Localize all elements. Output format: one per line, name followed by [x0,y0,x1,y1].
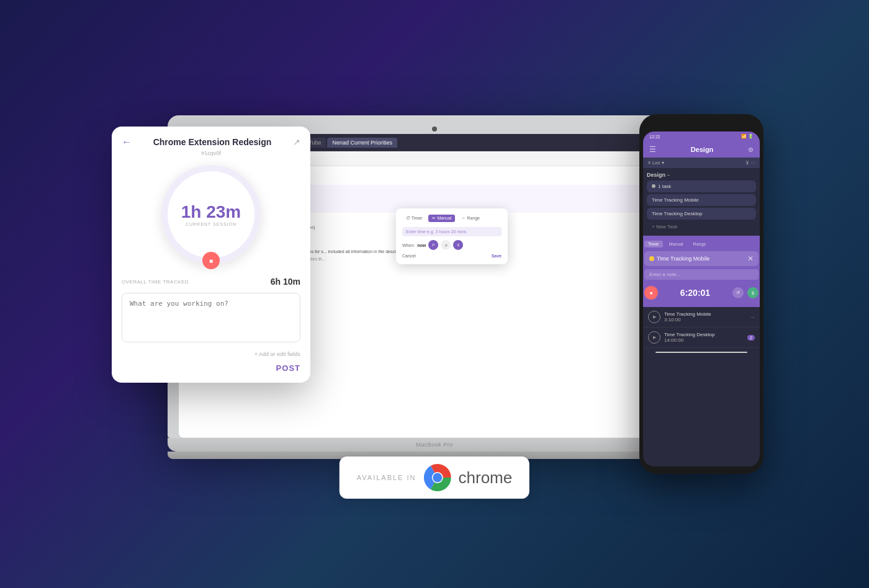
phone-timer-section: Timer Manual Range Time Tracking Mobile … [643,236,760,307]
ext-title: Chrome Extension Redesign [153,137,272,147]
time-entry-info-0: Time Tracking Mobile 3:10:00 [664,311,747,323]
phone-timer-task-name: Time Tracking Mobile [649,256,709,262]
svg-point-2 [433,473,442,483]
macbook-base [168,438,701,452]
ext-header: ← Chrome Extension Redesign ↗ [122,136,300,148]
play-button-1[interactable]: ▶ [648,331,660,344]
time-tab-range[interactable]: ↔ Range [457,215,484,222]
phone-screen: 12:22 📶 🔋 ☰ Design ⚙ ≡ List ▾ ⊻ ··· Desi… [643,131,760,466]
phone-time-entry-1: ▶ Time Tracking Desktop 14:00:00 2 [643,327,760,348]
phone-time-entry-0: ▶ Time Tracking Mobile 3:10:00 ··· [643,307,760,327]
time-actions: Cancel Save [402,254,502,258]
overall-value: 6h 10m [271,277,300,287]
time-tab-manual[interactable]: ✏ Manual [428,215,455,222]
time-when: When: now P ↺ $ [402,240,502,250]
phone-section-label: Design – [647,172,756,178]
phone-task-row-2[interactable]: Time Tracking Desktop [647,208,756,220]
phone-tab-range[interactable]: Range [690,241,710,247]
phone-timer-display: 6:20:01 ↺ $ [644,283,759,302]
phone-timer-icon-dollar[interactable]: $ [747,287,759,298]
filter-icon[interactable]: ⊻ ··· [745,160,755,166]
phone-signals: 📶 🔋 [741,134,754,139]
phone-timer-tabs: Timer Manual Range [644,241,759,247]
time-input[interactable]: Enter time e.g. 3 hours 20 mins [402,227,502,236]
phone-time: 12:22 [649,135,660,139]
post-button[interactable]: POST [122,363,300,373]
close-task-icon[interactable]: ✕ [747,254,754,263]
task-dot-0 [652,184,655,188]
ext-subtitle: #1cqv0f [122,150,300,156]
phone-timer-value: 6:20:01 [680,288,710,298]
time-tab-timer[interactable]: ⏱ Timer [402,215,426,222]
phone-toolbar: ≡ List ▾ ⊻ ··· [643,158,760,168]
entry-more-0[interactable]: ··· [750,314,755,320]
new-task-button[interactable]: + New Task [647,221,756,232]
add-fields[interactable]: + Add or edit fields [122,351,300,357]
cancel-button[interactable]: Cancel [402,254,416,258]
phone-header-title: Design [691,146,714,153]
external-link-icon[interactable]: ↗ [293,137,300,147]
timer-value: 1h 23m [181,203,241,221]
time-entry-name-0: Time Tracking Mobile [664,311,747,317]
phone-tab-timer[interactable]: Timer [644,241,663,247]
phone-stop-button[interactable] [644,286,658,300]
time-entry-info-1: Time Tracking Desktop 14:00:00 [664,332,744,343]
save-button[interactable]: Save [492,254,502,258]
phone-home-indicator [655,352,747,353]
overall-label: OVERALL TIME TRACKED [122,279,189,285]
time-icon-c[interactable]: ↺ [441,240,451,250]
phone-timer-icon-refresh[interactable]: ↺ [732,287,744,298]
stop-button[interactable] [202,252,220,269]
extension-panel: ← Chrome Extension Redesign ↗ #1cqv0f 1h… [112,127,310,383]
mobile-phone: 12:22 📶 🔋 ☰ Design ⚙ ≡ List ▾ ⊻ ··· Desi… [639,114,763,474]
time-popup: ⏱ Timer ✏ Manual ↔ Range Enter time e.g.… [396,208,508,264]
tab-nenad[interactable]: Nenad Current Priorities [327,138,397,148]
time-icon-p[interactable]: P [428,240,438,250]
phone-timer-icons: ↺ $ [732,287,759,298]
note-input[interactable] [122,293,300,342]
phone-header: ☰ Design ⚙ [643,141,760,158]
scene: Marketing Advertising YouTube Nenad Curr… [93,40,776,548]
chrome-badge: AVAILABLE IN chrome [340,457,529,499]
menu-icon[interactable]: ☰ [649,145,656,154]
phone-timer-task[interactable]: Time Tracking Mobile ✕ [644,251,759,266]
available-in-label: AVAILABLE IN [357,474,416,481]
entry-count-1: 2 [747,335,755,341]
task-color-dot [649,256,654,261]
phone-task-row-0[interactable]: 1 task [647,180,756,192]
time-entry-duration-1: 14:00:00 [664,337,744,343]
timer-label: CURRENT SESSION [186,222,236,226]
time-popup-tabs: ⏱ Timer ✏ Manual ↔ Range [402,215,502,222]
phone-task-row-1[interactable]: Time Tracking Mobile [647,194,756,206]
chrome-logo-icon [424,464,451,491]
list-view-selector[interactable]: ≡ List ▾ [648,160,664,166]
timer-circle: 1h 23m CURRENT SESSION [161,165,261,264]
settings-icon[interactable]: ⚙ [748,146,754,153]
phone-status-bar: 12:22 📶 🔋 [643,131,760,141]
phone-note-input[interactable]: Enter a note... [644,269,759,280]
macbook-camera [432,127,437,131]
phone-tab-manual[interactable]: Manual [665,241,687,247]
time-entry-duration-0: 3:10:00 [664,317,747,323]
time-icon-s[interactable]: $ [453,240,463,250]
phone-notch [683,122,720,130]
back-button[interactable]: ← [122,136,132,148]
phone-content: Design – 1 task Time Tracking Mobile Tim… [643,168,760,236]
time-icons: P ↺ $ [428,240,463,250]
overall-time: OVERALL TIME TRACKED 6h 10m [122,270,300,293]
play-button-0[interactable]: ▶ [648,311,660,323]
chrome-label: chrome [459,468,513,488]
time-entry-name-1: Time Tracking Desktop [664,332,744,337]
